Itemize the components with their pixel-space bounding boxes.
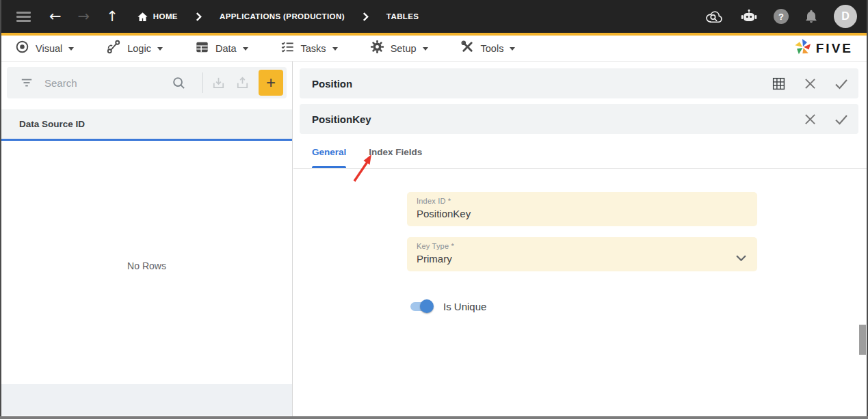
caret-down-icon <box>68 47 74 51</box>
five-logo-icon <box>794 38 812 59</box>
chevron-down-icon <box>736 252 746 264</box>
table-list-panel: + Data Source ID No Rows <box>1 62 293 416</box>
index-id-field[interactable]: Index ID * PositionKey <box>407 192 757 226</box>
caret-down-icon <box>243 47 248 51</box>
caret-down-icon <box>510 47 515 51</box>
menu-data[interactable]: Data <box>195 40 248 57</box>
hamburger-menu-icon[interactable] <box>16 12 31 22</box>
app-window: ← → ↑ HOME APPLICATIONS (PRODUCTION) TAB… <box>0 0 868 419</box>
caret-down-icon <box>157 47 163 51</box>
save-check-icon[interactable] <box>834 113 848 125</box>
up-arrow-icon[interactable]: ↑ <box>106 10 118 24</box>
is-unique-label: Is Unique <box>443 301 486 312</box>
data-icon <box>195 40 209 57</box>
cloud-inspect-icon[interactable] <box>705 9 724 25</box>
is-unique-row: Is Unique <box>409 299 486 314</box>
menu-logic-label: Logic <box>127 43 151 54</box>
export-icon[interactable] <box>235 75 250 91</box>
topbar-right-icons: ? D <box>705 5 857 28</box>
chevron-right-icon <box>196 12 202 21</box>
index-id-value: PositionKey <box>417 208 748 219</box>
main-menu-bar: Visual Logic Data <box>0 36 868 62</box>
column-header-data-source-id[interactable]: Data Source ID <box>1 109 292 141</box>
caret-down-icon <box>423 47 428 51</box>
close-icon[interactable] <box>804 78 816 90</box>
breadcrumb-applications[interactable]: APPLICATIONS (PRODUCTION) <box>220 12 345 21</box>
logic-icon <box>106 40 121 57</box>
breadcrumb-tables[interactable]: TABLES <box>386 12 419 21</box>
column-header-label: Data Source ID <box>19 119 85 129</box>
key-type-select[interactable]: Key Type * Primary <box>407 237 757 271</box>
positionkey-form-header: PositionKey <box>300 104 858 134</box>
detail-panel: Position PositionKey <box>293 62 867 416</box>
window-border <box>0 0 1 419</box>
window-border <box>0 416 868 419</box>
search-input[interactable] <box>44 77 172 89</box>
caret-down-icon <box>332 47 338 51</box>
menu-tools[interactable]: Tools <box>460 40 516 57</box>
menu-visual[interactable]: Visual <box>15 40 74 57</box>
home-icon <box>137 11 148 23</box>
search-toolbar: + <box>7 67 287 98</box>
menu-tasks[interactable]: Tasks <box>280 40 338 57</box>
breadcrumb-home-label: HOME <box>153 12 178 21</box>
menu-visual-label: Visual <box>36 43 62 54</box>
toolbar-divider <box>202 72 203 93</box>
menu-tools-label: Tools <box>481 43 504 54</box>
notifications-bell-icon[interactable] <box>804 9 818 24</box>
vertical-scrollbar-thumb[interactable] <box>859 325 866 355</box>
positionkey-form-title: PositionKey <box>312 113 371 125</box>
table-grid-icon[interactable] <box>772 77 786 91</box>
help-icon[interactable]: ? <box>774 9 789 24</box>
is-unique-toggle[interactable] <box>409 299 432 314</box>
add-record-button[interactable]: + <box>259 70 283 96</box>
forward-arrow-icon[interactable]: → <box>78 10 90 24</box>
form-tabs: General Index Fields <box>293 137 867 169</box>
key-type-label: Key Type * <box>417 242 748 250</box>
search-icon[interactable] <box>172 76 186 90</box>
key-type-value: Primary <box>417 253 748 265</box>
five-brand-label: FIVE <box>816 41 853 56</box>
tab-index-fields[interactable]: Index Fields <box>369 137 422 168</box>
accent-stripe <box>0 33 868 36</box>
tasks-icon <box>280 40 295 57</box>
empty-state-text: No Rows <box>1 260 292 271</box>
breadcrumb-home[interactable]: HOME <box>137 11 178 23</box>
tab-general[interactable]: General <box>312 137 346 168</box>
import-icon[interactable] <box>211 75 226 91</box>
index-id-label: Index ID * <box>417 197 748 205</box>
tools-icon <box>460 40 475 57</box>
back-arrow-icon[interactable]: ← <box>49 10 62 24</box>
toggle-thumb <box>420 299 434 313</box>
save-check-icon[interactable] <box>834 78 848 90</box>
filter-icon[interactable] <box>21 77 33 89</box>
chatbot-icon[interactable] <box>740 9 758 24</box>
grid-footer-bar <box>1 384 292 416</box>
top-navigation-bar: ← → ↑ HOME APPLICATIONS (PRODUCTION) TAB… <box>0 0 868 33</box>
menu-setup[interactable]: Setup <box>370 40 428 57</box>
five-brand: FIVE <box>794 38 853 59</box>
chevron-right-icon <box>363 12 369 21</box>
setup-gear-icon <box>370 40 384 57</box>
menu-data-label: Data <box>215 43 237 54</box>
menu-tasks-label: Tasks <box>301 43 326 54</box>
visual-icon <box>15 40 29 57</box>
close-icon[interactable] <box>804 113 816 125</box>
position-form-title: Position <box>312 78 352 90</box>
menu-setup-label: Setup <box>391 43 417 54</box>
position-form-header: Position <box>300 68 858 98</box>
user-avatar[interactable]: D <box>834 5 857 28</box>
menu-logic[interactable]: Logic <box>106 40 163 57</box>
